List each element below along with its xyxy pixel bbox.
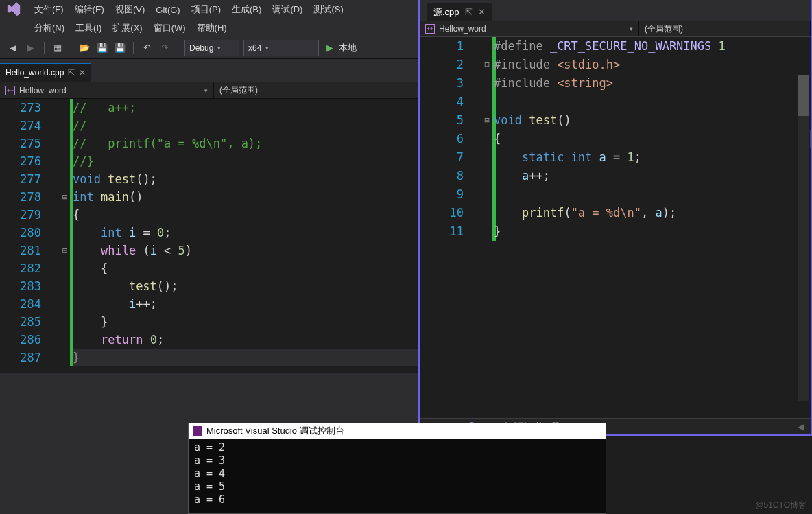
separator bbox=[133, 42, 134, 54]
menu-window[interactable]: 窗口(W) bbox=[148, 20, 191, 36]
menu-bar: 文件(F) 编辑(E) 视图(V) Git(G) 项目(P) 生成(B) 调试(… bbox=[0, 0, 418, 19]
file-tab[interactable]: Hello_world.cpp ⇱ ✕ bbox=[0, 63, 91, 82]
menu-edit[interactable]: 编辑(E) bbox=[69, 1, 110, 18]
file-tab-right[interactable]: 源.cpp ⇱ ✕ bbox=[427, 3, 492, 21]
menu-help[interactable]: 帮助(H) bbox=[191, 20, 232, 36]
menu-debug[interactable]: 调试(D) bbox=[267, 1, 308, 18]
console-title: Microsoft Visual Studio 调试控制台 bbox=[206, 425, 344, 437]
separator bbox=[71, 42, 71, 54]
scope-label: (全局范围) bbox=[645, 23, 683, 35]
menu-project[interactable]: 项目(P) bbox=[186, 1, 226, 18]
code-editor-right[interactable]: 1234567891011 ⊟⊟ #define _CRT_SECURE_NO_… bbox=[420, 37, 811, 401]
tab-label: Hello_world.cpp bbox=[5, 68, 64, 78]
run-button[interactable]: ▶ bbox=[322, 40, 338, 56]
menu-file[interactable]: 文件(F) bbox=[29, 1, 69, 18]
watermark: @51CTO博客 bbox=[755, 500, 807, 511]
project-icon: ++ bbox=[425, 24, 435, 34]
scope-dropdown[interactable]: (全局范围) bbox=[214, 82, 418, 98]
config-dropdown[interactable]: Debug▾ bbox=[184, 40, 239, 56]
scroll-left-icon[interactable]: ◀ bbox=[798, 422, 804, 432]
menu-git[interactable]: Git(G) bbox=[150, 3, 185, 17]
tab-label: 源.cpp bbox=[433, 6, 459, 19]
menu-view[interactable]: 视图(V) bbox=[110, 1, 150, 18]
run-label[interactable]: 本地 bbox=[339, 42, 357, 54]
scrollbar[interactable] bbox=[798, 75, 809, 401]
chevron-down-icon: ▾ bbox=[204, 87, 208, 94]
vs-console-icon bbox=[193, 426, 202, 436]
undo-button[interactable]: ↶ bbox=[139, 40, 155, 56]
menu-bar-row2: 分析(N) 工具(I) 扩展(X) 窗口(W) 帮助(H) bbox=[0, 19, 418, 37]
code-editor-left[interactable]: 2732742752762772782792802812822832842852… bbox=[0, 99, 418, 373]
namespace-label: Hellow_word bbox=[439, 24, 486, 34]
pin-icon[interactable]: ⇱ bbox=[68, 68, 75, 78]
save-button[interactable]: 💾 bbox=[94, 40, 110, 56]
menu-tools[interactable]: 工具(I) bbox=[70, 20, 107, 36]
redo-button[interactable]: ↷ bbox=[156, 40, 173, 56]
vs-logo-icon bbox=[5, 1, 22, 18]
toolbar: ◀ ▶ ▦ 📂 💾 💾 ↶ ↷ Debug▾ x64▾ ▶ 本地 bbox=[0, 37, 418, 59]
menu-test[interactable]: 测试(S) bbox=[308, 1, 348, 18]
close-icon[interactable]: ✕ bbox=[478, 7, 486, 17]
menu-analysis[interactable]: 分析(N) bbox=[29, 20, 70, 36]
nav-fwd-button[interactable]: ▶ bbox=[23, 40, 39, 56]
namespace-dropdown-right[interactable]: ++ Hellow_word ▾ bbox=[420, 21, 639, 36]
open-button[interactable]: 📂 bbox=[76, 40, 93, 56]
project-icon: ++ bbox=[5, 86, 15, 95]
nav-back-button[interactable]: ◀ bbox=[5, 40, 21, 56]
scope-dropdown-right[interactable]: (全局范围) bbox=[639, 21, 811, 36]
separator bbox=[44, 42, 45, 54]
menu-extensions[interactable]: 扩展(X) bbox=[107, 20, 147, 36]
scope-label: (全局范围) bbox=[219, 84, 258, 96]
platform-dropdown[interactable]: x64▾ bbox=[243, 40, 319, 56]
menu-build[interactable]: 生成(B) bbox=[226, 1, 267, 18]
chevron-down-icon: ▾ bbox=[630, 25, 633, 32]
close-icon[interactable]: ✕ bbox=[79, 68, 86, 78]
console-output[interactable]: a = 2a = 3a = 4a = 5a = 6 bbox=[189, 439, 606, 509]
pin-icon[interactable]: ⇱ bbox=[465, 7, 473, 17]
namespace-label: Hellow_word bbox=[19, 86, 67, 95]
separator bbox=[178, 42, 178, 54]
console-title-bar[interactable]: Microsoft Visual Studio 调试控制台 bbox=[189, 423, 606, 439]
debug-console: Microsoft Visual Studio 调试控制台 a = 2a = 3… bbox=[188, 423, 606, 514]
new-item-button[interactable]: ▦ bbox=[49, 40, 66, 56]
save-all-button[interactable]: 💾 bbox=[112, 40, 128, 56]
namespace-dropdown[interactable]: ++ Hellow_word ▾ bbox=[0, 82, 214, 98]
